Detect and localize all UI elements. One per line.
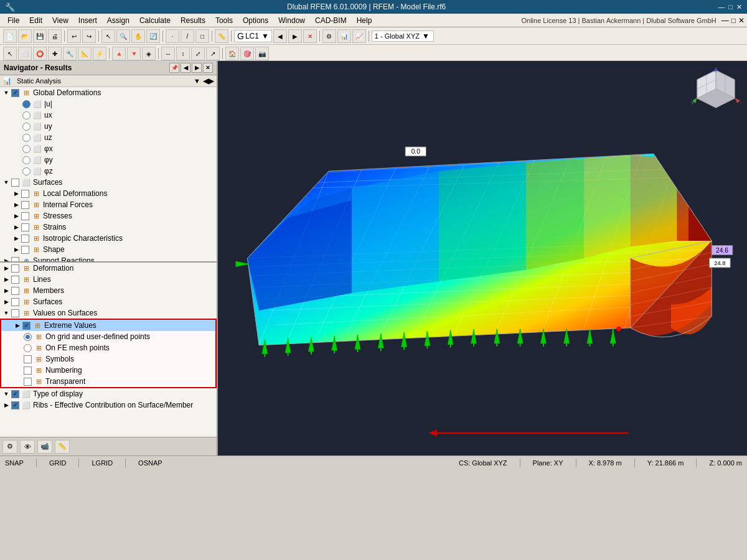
print-btn[interactable]: 🖨: [48, 29, 62, 43]
menu-options[interactable]: Options: [238, 15, 273, 26]
expand-internal-forces[interactable]: ▶: [12, 201, 20, 208]
check-internal-forces[interactable]: [21, 201, 29, 209]
tree-symbols[interactable]: ⊞ Symbols: [1, 353, 215, 365]
tb2-13[interactable]: ⤢: [191, 47, 205, 60]
check-strains[interactable]: [21, 223, 29, 231]
menu-tools[interactable]: Tools: [210, 15, 238, 26]
node-btn[interactable]: ·: [166, 29, 179, 43]
radio-uy[interactable]: [22, 123, 31, 131]
tb2-8[interactable]: 🔺: [112, 47, 126, 60]
nav-eye-btn[interactable]: 👁: [20, 440, 35, 454]
check-val-surf-bottom[interactable]: [11, 309, 19, 317]
tb2-2[interactable]: ⬜: [18, 47, 32, 60]
tree-transparent[interactable]: ⊞ Transparent: [1, 376, 215, 387]
expand-shape[interactable]: ▶: [12, 246, 20, 253]
check-surfaces-bottom[interactable]: [11, 298, 19, 306]
undo-btn[interactable]: ↩: [67, 29, 81, 43]
compass-cube[interactable]: X Y Z: [691, 67, 741, 117]
btn-extra2[interactable]: 📊: [337, 29, 351, 43]
minimize-button[interactable]: —: [718, 3, 725, 11]
check-global-def[interactable]: ✓: [11, 89, 19, 97]
nav-ruler-btn[interactable]: 📏: [55, 440, 70, 454]
measure-btn[interactable]: 📏: [215, 29, 228, 43]
btn-extra1[interactable]: ⚙: [322, 29, 336, 43]
check-shape[interactable]: [21, 246, 29, 254]
menu-file[interactable]: File: [2, 15, 24, 26]
select-btn[interactable]: ↖: [101, 29, 115, 43]
tree-uy[interactable]: ⬜ uy: [0, 121, 217, 132]
check-isotropic[interactable]: [21, 235, 29, 243]
tree-phiy[interactable]: ⬜ φy: [0, 154, 217, 166]
pan-btn[interactable]: ✋: [131, 29, 145, 43]
radio-phix[interactable]: [22, 145, 31, 153]
radio-phiy[interactable]: [22, 156, 31, 164]
expand-val-surf-bottom[interactable]: ▼: [2, 309, 10, 317]
check-extreme-vals[interactable]: ✓: [22, 322, 31, 330]
close-button[interactable]: ✕: [736, 3, 742, 11]
tb2-4[interactable]: ✚: [48, 47, 62, 60]
check-ribs[interactable]: ✓: [11, 401, 19, 409]
expand-lines[interactable]: ▶: [2, 276, 10, 283]
tree-members[interactable]: ▶ ⊞ Members: [0, 285, 217, 296]
expand-extreme-vals[interactable]: ▶: [14, 322, 21, 329]
line-btn[interactable]: /: [181, 29, 194, 43]
tree-ribs[interactable]: ▶ ✓ ⬜ Ribs - Effective Contribution on S…: [0, 399, 217, 411]
menu-view[interactable]: View: [47, 15, 73, 26]
tb2-14[interactable]: ↗: [206, 47, 220, 60]
zoom-btn[interactable]: 🔍: [116, 29, 130, 43]
expand-stresses[interactable]: ▶: [12, 212, 20, 220]
tb2-1[interactable]: ↖: [3, 47, 17, 60]
tb2-15[interactable]: 🏠: [225, 47, 239, 60]
tree-surfaces[interactable]: ▼ ⬜ Surfaces: [0, 177, 217, 188]
tree-deformation[interactable]: ▶ ⊞ Deformation: [0, 263, 217, 274]
check-members[interactable]: [11, 287, 19, 295]
tree-lines[interactable]: ▶ ⊞ Lines: [0, 274, 217, 285]
check-local-def[interactable]: [21, 190, 29, 198]
lc-dropdown[interactable]: G LC1 ▼: [234, 30, 272, 42]
redo-btn[interactable]: ↪: [82, 29, 96, 43]
rotate-btn[interactable]: 🔄: [146, 29, 160, 43]
nav-close-btn[interactable]: ✕: [203, 63, 213, 73]
nav-video-btn[interactable]: 📹: [37, 440, 52, 454]
expand-deformation[interactable]: ▶: [2, 264, 10, 272]
tb2-7[interactable]: ⚡: [93, 47, 106, 60]
tree-strains[interactable]: ▶ ⊞ Strains: [0, 222, 217, 233]
tb2-3[interactable]: ⭕: [33, 47, 47, 60]
expand-strains[interactable]: ▶: [12, 223, 20, 231]
radio-uz[interactable]: [22, 134, 31, 142]
nav-pin-btn[interactable]: 📌: [169, 63, 179, 73]
check-symbols[interactable]: [24, 355, 32, 363]
tree-ux[interactable]: ⬜ ux: [0, 110, 217, 121]
viewport[interactable]: 0.0 24.6 24.8: [218, 61, 747, 455]
tree-uz[interactable]: ⬜ uz: [0, 132, 217, 143]
radio-phiz[interactable]: [22, 167, 31, 175]
menu-results[interactable]: Results: [176, 15, 210, 26]
check-surfaces[interactable]: [11, 179, 19, 187]
tree-global-deformations[interactable]: ▼ ✓ ⊞ Global Deformations: [0, 87, 217, 98]
tree-on-fe-mesh[interactable]: ⊞ On FE mesh points: [1, 342, 215, 353]
static-analysis-dropdown[interactable]: Static Analysis ▼: [14, 77, 203, 85]
radio-on-fe[interactable]: [24, 344, 32, 352]
tree-on-grid-points[interactable]: ⊞ On grid and user-defined points: [1, 331, 215, 342]
tree-numbering[interactable]: ⊞ Numbering: [1, 365, 215, 376]
expand-ribs[interactable]: ▶: [2, 401, 10, 409]
expand-support[interactable]: ▶: [2, 257, 10, 261]
radio-ux[interactable]: [22, 111, 31, 119]
prev-lc-btn[interactable]: ◀: [273, 29, 287, 43]
tree-phiz[interactable]: ⬜ φz: [0, 166, 217, 177]
check-numbering[interactable]: [24, 366, 32, 375]
check-lines[interactable]: [11, 276, 19, 284]
tb2-17[interactable]: 📷: [255, 47, 269, 60]
expand-surfaces[interactable]: ▼: [2, 179, 10, 186]
tree-support-reactions[interactable]: ▶ ⊕ Support Reactions: [0, 255, 217, 261]
expand-surfaces-bottom[interactable]: ▶: [2, 298, 10, 306]
snap-btn[interactable]: SNAP: [5, 459, 24, 467]
tree-values-surfaces-bottom[interactable]: ▼ ⊞ Values on Surfaces: [0, 307, 217, 319]
view-preset-dropdown[interactable]: 1 - Global XYZ ▼: [372, 30, 434, 42]
new-btn[interactable]: 📄: [3, 29, 17, 43]
tb2-12[interactable]: ↕: [176, 47, 190, 60]
tb2-11[interactable]: ↔: [161, 47, 175, 60]
expand-global-def[interactable]: ▼: [2, 89, 10, 96]
check-deformation[interactable]: [11, 264, 19, 273]
check-transparent[interactable]: [24, 378, 32, 386]
